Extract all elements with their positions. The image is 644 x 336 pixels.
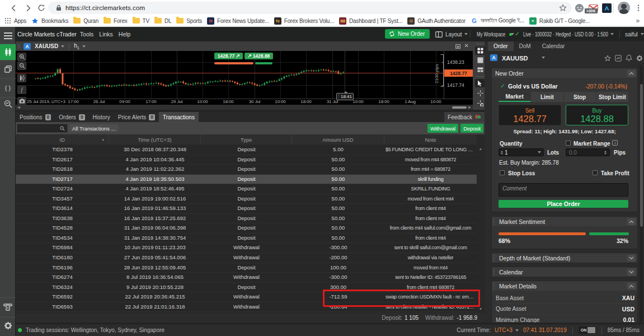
- market-range-checkbox[interactable]: [566, 141, 571, 146]
- chrome-menu-icon[interactable]: [633, 2, 644, 13]
- new-order-header[interactable]: New Order: [492, 68, 637, 78]
- table-row[interactable]: TID619628 Jun 2019 12:55:09.405Deposit10…: [16, 263, 477, 273]
- bookmark-item[interactable]: Apps: [4, 17, 26, 24]
- bookmark-item[interactable]: 88Dashboard | TF Syst...: [339, 17, 402, 25]
- menubar-item-help[interactable]: Help: [119, 31, 131, 38]
- symbol-caret[interactable]: [542, 57, 545, 59]
- table-row[interactable]: TID27174 Jan 2019 18:35:50.503Deposit50.…: [16, 175, 477, 185]
- chart-symbol-caret[interactable]: [61, 45, 64, 48]
- forward-icon[interactable]: [22, 2, 34, 13]
- sell-button[interactable]: Sell 1428.77: [499, 105, 561, 125]
- timeframe-caret[interactable]: [82, 45, 86, 48]
- favorite-star-icon[interactable]: [604, 54, 611, 64]
- stop-loss-checkbox[interactable]: [500, 170, 505, 175]
- chart-h-scrollbar[interactable]: ◄ ►: [16, 105, 473, 110]
- table-row[interactable]: TID345714 Jan 2019 19:00:02.516Deposit50…: [16, 194, 477, 204]
- sidebar-deposit-icon[interactable]: [0, 301, 16, 314]
- market-details-header[interactable]: Market Details: [492, 281, 637, 291]
- tab-orders[interactable]: Orders0: [55, 112, 88, 122]
- bookmark-item[interactable]: Forex: [104, 18, 128, 24]
- sidebar-trade-icon[interactable]: [0, 44, 16, 60]
- dom-header[interactable]: Depth of Market (Standard): [492, 253, 637, 263]
- layout-menu[interactable]: Layout: [435, 27, 468, 41]
- workspace-menu[interactable]: My Workspace: [477, 27, 514, 41]
- scroll-left-icon[interactable]: ◄: [17, 105, 21, 109]
- table-row[interactable]: TID361416 Jan 2019 01:46:59.133Deposit50…: [16, 204, 477, 214]
- order-type-market[interactable]: Market: [499, 92, 531, 102]
- deposit-button[interactable]: Deposit: [460, 124, 483, 133]
- chart-restore-icon[interactable]: [455, 44, 460, 50]
- tab-history[interactable]: History: [89, 112, 114, 122]
- zoom-in-icon[interactable]: [17, 53, 26, 61]
- transactions-filter-dropdown[interactable]: All Transactions ...: [69, 124, 119, 132]
- bookmark-star-icon[interactable]: [559, 4, 567, 14]
- panel-scrollbar[interactable]: [640, 66, 643, 323]
- order-type-stop-limit[interactable]: Stop Limit: [596, 92, 628, 102]
- column-header-note[interactable]: Note: [384, 134, 477, 144]
- panel-tab-calendar[interactable]: Calendar: [537, 41, 571, 51]
- panel-tab-order[interactable]: Order: [488, 41, 514, 51]
- comment-input[interactable]: Comment: [499, 183, 628, 197]
- tab-transactions[interactable]: Transactions: [159, 112, 199, 122]
- sidebar-copy-icon[interactable]: [0, 62, 16, 76]
- sidebar-settings-gear-icon[interactable]: [0, 319, 16, 332]
- take-profit-checkbox[interactable]: [593, 170, 598, 175]
- sound-toggle[interactable]: ON: [579, 326, 596, 334]
- chart-buy-button[interactable]: 1428.88: [245, 53, 273, 59]
- panel-tab-dom[interactable]: DoM: [514, 41, 537, 51]
- table-row[interactable]: TID26184 Jan 2019 11:02:22.362Deposit50.…: [16, 165, 477, 175]
- chart-type-icon[interactable]: [17, 74, 26, 82]
- toolbar-drag-handle[interactable]: [476, 43, 484, 45]
- indicators-icon[interactable]: f: [17, 86, 26, 94]
- address-bar[interactable]: https://ct.circlemarkets.com: [48, 2, 572, 14]
- order-type-stop[interactable]: Stop: [564, 92, 596, 102]
- timezone-caret[interactable]: [515, 329, 519, 332]
- account-selector[interactable]: Live · 1000032 · Hedged · USD 0.00 · 1:5…: [523, 27, 614, 41]
- bookmark-item[interactable]: TV: [133, 18, 149, 24]
- alert-bell-icon[interactable]: [626, 54, 632, 64]
- tab-price-alerts[interactable]: Price Alerts0: [114, 112, 159, 122]
- menubar-item-tools[interactable]: Tools: [80, 31, 94, 38]
- bookmark-item[interactable]: Quran: [73, 18, 98, 24]
- table-row[interactable]: TID237830 Dec 2018 08:37:20.348Deposit5.…: [16, 145, 477, 155]
- chart-canvas[interactable]: f 1428.77 1428.88 1438.23 1417.74 1428.7…: [16, 51, 473, 105]
- table-scroll-down-icon[interactable]: ▼: [478, 307, 483, 311]
- chart-drag-handle[interactable]: [17, 44, 20, 49]
- sidebar-code-icon[interactable]: { }: [0, 81, 16, 95]
- column-header-type[interactable]: Type: [201, 134, 292, 144]
- reload-icon[interactable]: [36, 2, 47, 13]
- table-row[interactable]: TID27244 Jan 2019 18:52:46.495Deposit50.…: [16, 184, 477, 194]
- info-icon[interactable]: i: [612, 140, 618, 146]
- sidebar-symbol-search-icon[interactable]: [0, 96, 16, 111]
- table-row[interactable]: TID618027 Jun 2019 05:41:54.006Withdrawa…: [16, 253, 477, 263]
- measure-tool-icon[interactable]: [475, 99, 485, 108]
- bookmark-item[interactable]: fxForex Brokers Volu...: [274, 17, 334, 25]
- chart-sell-button[interactable]: 1428.77: [214, 53, 243, 59]
- table-scroll-up-icon[interactable]: ▲: [478, 147, 483, 151]
- cursor-tool-icon[interactable]: [475, 79, 485, 87]
- panel-scroll-thumb[interactable]: [640, 84, 643, 227]
- bookmark-item[interactable]: +Rakib G/T - Google...: [529, 17, 590, 25]
- extension-icon-1[interactable]: [573, 2, 585, 14]
- table-row[interactable]: TID62748 Jul 2019 16:36:54.065Withdrawal…: [16, 273, 477, 283]
- bookmark-item[interactable]: DL: [154, 18, 171, 24]
- hamburger-menu-icon[interactable]: [0, 31, 16, 40]
- column-header-id[interactable]: ID▴: [16, 134, 109, 144]
- quantity-input[interactable]: 1: [499, 148, 544, 156]
- table-row[interactable]: TID453431 Jan 2019 14:38:30.754Deposit50…: [16, 234, 477, 244]
- single-chart-view-icon[interactable]: [475, 56, 485, 64]
- calendar-header[interactable]: Calendar: [492, 267, 637, 277]
- withdrawal-button[interactable]: Withdrawal: [427, 124, 458, 133]
- market-sentiment-header[interactable]: Market Sentiment: [492, 217, 637, 226]
- menubar-item-links[interactable]: Links: [99, 31, 113, 38]
- split-view-icon[interactable]: [475, 66, 485, 74]
- scroll-thumb[interactable]: [452, 106, 467, 109]
- zoom-out-icon[interactable]: [17, 62, 26, 70]
- place-order-button[interactable]: Place Order: [499, 200, 628, 208]
- buy-button[interactable]: Buy 1428.88: [566, 105, 628, 125]
- symbol-name[interactable]: XAUUSD: [502, 55, 528, 62]
- crosshair-tool-icon[interactable]: [475, 89, 485, 97]
- profile-avatar[interactable]: [618, 2, 630, 14]
- scroll-right-icon[interactable]: ►: [468, 105, 472, 109]
- bookmark-item[interactable]: NForex News Update...: [207, 17, 269, 25]
